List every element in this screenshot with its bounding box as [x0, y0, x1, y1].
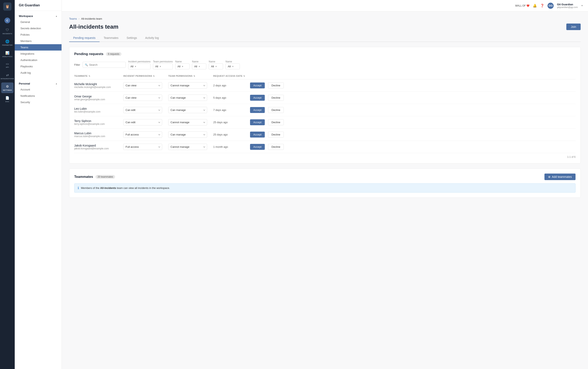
incident-perm-sort-icon: ⇅	[153, 75, 155, 77]
incident-perm-select-1[interactable]: Can viewCan editFull access	[123, 94, 162, 101]
wall-of-label: WALL OF ❤️	[515, 4, 530, 7]
tab-activity-log[interactable]: Activity log	[141, 34, 163, 42]
incident-perm-select-3[interactable]: Can editCan viewFull access	[123, 119, 162, 125]
join-button[interactable]: Join	[566, 23, 581, 30]
filter-label: Filter	[74, 63, 80, 66]
decline-button-3[interactable]: Decline	[268, 119, 284, 125]
teammates-title-group: Teammates 20 teammates	[74, 175, 115, 179]
sidebar-item-api[interactable]: <> API	[1, 60, 13, 70]
bell-icon[interactable]: 🔔	[533, 4, 537, 8]
name-filter-3-label: Name	[209, 60, 223, 63]
content-area: Teams › All-incidents team All-incidents…	[62, 11, 588, 369]
incident-perm-cell-0[interactable]: Can viewCan editFull access	[123, 82, 168, 89]
help-icon[interactable]: ❓	[540, 4, 544, 8]
add-teammates-button[interactable]: ⊕ Add teammates	[544, 174, 576, 180]
date-cell-1: 5 days ago	[213, 96, 250, 99]
incident-perm-select-5[interactable]: Full accessCan viewCan edit	[123, 144, 162, 150]
globe-icon: 🌐	[5, 40, 10, 43]
incident-perm-cell-4[interactable]: Full accessCan viewCan edit	[123, 131, 168, 138]
breadcrumb-teams-link[interactable]: Teams	[69, 17, 77, 20]
sidebar-item-policies[interactable]: Policies	[15, 31, 61, 38]
thead-request-date[interactable]: REQUEST ACCESS DATE ⇅	[213, 75, 250, 77]
incident-perm-select-2[interactable]: Can editCan viewFull access	[123, 107, 162, 113]
sidebar-item-security[interactable]: Security	[15, 99, 61, 105]
info-team-name: All-incidents	[100, 186, 116, 190]
thead-incident-perm[interactable]: INCIDENT PERMISSIONS ⇅	[123, 75, 168, 77]
tab-settings[interactable]: Settings	[122, 34, 141, 42]
decline-button-2[interactable]: Decline	[268, 107, 284, 113]
accept-button-0[interactable]: Accept	[250, 82, 265, 88]
team-perm-select-0[interactable]: Cannot manageCan manage	[168, 82, 207, 89]
decline-button-0[interactable]: Decline	[268, 82, 284, 88]
workspace-section-title[interactable]: Workspace ▲	[15, 13, 61, 19]
sidebar-item-teams[interactable]: Teams	[15, 44, 61, 51]
sidebar-item-authentication[interactable]: Authentication	[15, 57, 61, 63]
date-cell-2: 7 days ago	[213, 108, 250, 112]
incident-perm-cell-3[interactable]: Can editCan viewFull access	[123, 119, 168, 125]
team-perm-select-2[interactable]: Can manageCannot manage	[168, 107, 207, 113]
personal-chevron-icon: ▲	[55, 82, 58, 85]
sidebar-item-analytics[interactable]: 📊 ANALYTICS	[1, 49, 13, 60]
incident-perm-cell-2[interactable]: Can editCan viewFull access	[123, 107, 168, 113]
sidebar-item-audit-log[interactable]: Audit log	[15, 70, 61, 76]
accept-button-1[interactable]: Accept	[250, 95, 265, 101]
tab-teammates[interactable]: Teammates	[99, 34, 122, 42]
thead-team-perm[interactable]: TEAM PERMISSIONS ⇅	[168, 75, 213, 77]
actions-cell-1: Accept Decline	[250, 95, 576, 101]
sidebar-item-incidents[interactable]: 🛡 INCIDENTS	[1, 26, 13, 37]
name-filter-1[interactable]: All ▼	[175, 63, 189, 69]
incident-perm-filter[interactable]: All ▼	[128, 63, 150, 69]
decline-button-4[interactable]: Decline	[268, 132, 284, 138]
team-perm-cell-3[interactable]: Cannot manageCan manage	[168, 119, 213, 125]
teammate-email-1: omar.george@example.com	[74, 98, 123, 101]
name-filter-3[interactable]: All ▼	[209, 63, 223, 69]
accept-button-2[interactable]: Accept	[250, 107, 265, 113]
team-perm-cell-0[interactable]: Cannot manageCan manage	[168, 82, 213, 89]
sidebar-item-integrations[interactable]: ⇄ INTEGRATIONS	[1, 71, 13, 82]
incident-perm-cell-1[interactable]: Can viewCan editFull access	[123, 94, 168, 101]
breadcrumb: Teams › All-incidents team	[69, 17, 581, 20]
sidebar-item-integrations[interactable]: Integrations	[15, 51, 61, 57]
team-perm-filter-label: Team permissions	[153, 60, 173, 63]
accept-button-5[interactable]: Accept	[250, 144, 265, 150]
personal-section-title[interactable]: Personal ▲	[15, 81, 61, 86]
team-perm-select-4[interactable]: Can manageCannot manage	[168, 131, 207, 138]
team-perm-select-1[interactable]: Can manageCannot manage	[168, 94, 207, 101]
team-perm-select-3[interactable]: Cannot manageCan manage	[168, 119, 207, 125]
team-perm-cell-1[interactable]: Can manageCannot manage	[168, 94, 213, 101]
incident-perm-cell-5[interactable]: Full accessCan viewCan edit	[123, 144, 168, 150]
sidebar-item-account[interactable]: Account	[15, 86, 61, 93]
name-filter-2[interactable]: All ▼	[192, 63, 206, 69]
accept-button-4[interactable]: Accept	[250, 132, 265, 138]
user-dropdown-icon[interactable]: ▼	[581, 4, 583, 7]
sidebar-item-secrets-detection[interactable]: Secrets detection	[15, 25, 61, 31]
sidebar-item-general[interactable]: General	[15, 19, 61, 25]
decline-button-1[interactable]: Decline	[268, 95, 284, 101]
team-perm-cell-2[interactable]: Can manageCannot manage	[168, 107, 213, 113]
decline-button-5[interactable]: Decline	[268, 144, 284, 150]
team-perm-select-5[interactable]: Cannot manageCan manage	[168, 144, 207, 150]
search-input[interactable]	[89, 63, 124, 66]
breadcrumb-current: All-incidents team	[81, 17, 102, 20]
sidebar-item-members[interactable]: Members	[15, 38, 61, 44]
sidebar-item-settings[interactable]: ⚙ SETTINGS	[1, 82, 13, 93]
info-text: Members of the All-incidents team can vi…	[81, 186, 170, 190]
name-filter-4[interactable]: All ▼	[225, 63, 240, 69]
sidebar-item-playbooks[interactable]: Playbooks	[15, 63, 61, 70]
tab-pending-requests[interactable]: Pending requests	[69, 34, 99, 42]
name-filter-4-label: Name	[225, 60, 240, 63]
team-perm-cell-4[interactable]: Can manageCannot manage	[168, 131, 213, 138]
sidebar-item-notifications[interactable]: Notifications	[15, 93, 61, 99]
sidebar-item-user[interactable]: C	[1, 16, 13, 25]
sidebar-item-doc[interactable]: 📄 DOC	[1, 94, 13, 105]
team-perm-cell-5[interactable]: Cannot manageCan manage	[168, 144, 213, 150]
sidebar-item-perimeter[interactable]: 🌐 PERIMETER	[1, 37, 13, 48]
accept-button-3[interactable]: Accept	[250, 119, 265, 125]
incident-perm-select-4[interactable]: Full accessCan viewCan edit	[123, 131, 162, 138]
team-perm-filter[interactable]: All ▼	[153, 63, 173, 69]
actions-cell-3: Accept Decline	[250, 119, 576, 125]
incident-perm-select-0[interactable]: Can viewCan editFull access	[123, 82, 162, 89]
filter-search-box[interactable]: 🔍	[83, 62, 126, 68]
main-area: WALL OF ❤️ 🔔 ❓ GG Git Guardian gitguardi…	[62, 0, 588, 369]
thead-teammate[interactable]: TEAMMATE ⇅	[74, 75, 123, 77]
